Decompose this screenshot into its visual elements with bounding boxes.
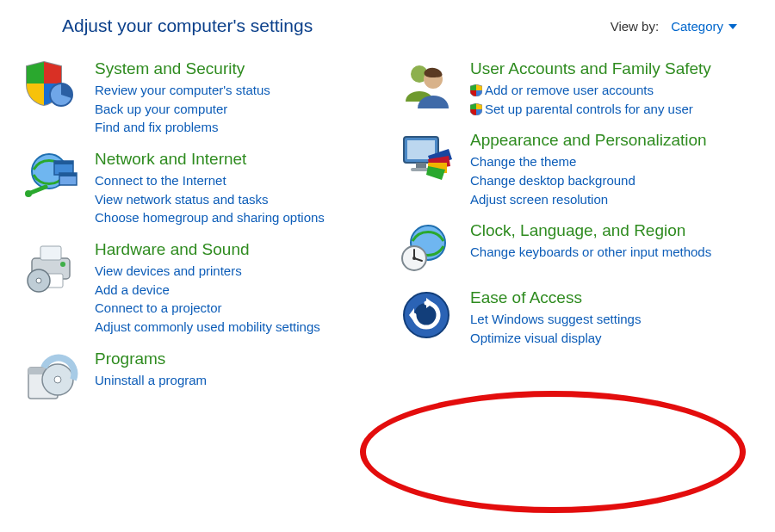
task-link-text: Uninstall a program [95,373,207,387]
people-icon[interactable] [396,59,456,118]
task-link[interactable]: Connect to a projector [95,299,379,318]
category-title-user-accounts[interactable]: User Accounts and Family Safety [470,59,754,79]
task-link[interactable]: Adjust screen resolution [470,190,754,209]
task-link[interactable]: Change the theme [470,152,754,171]
category-title-ease-of-access[interactable]: Ease of Access [470,288,754,308]
category-appearance: Appearance and PersonalizationChange the… [396,130,754,208]
task-link[interactable]: View devices and printers [95,262,379,281]
svg-point-10 [60,262,65,267]
task-link[interactable]: Review your computer's status [95,81,379,100]
right-column: User Accounts and Family SafetyAdd or re… [396,59,754,416]
globe-clock-icon[interactable] [396,220,456,275]
category-title-system-security[interactable]: System and Security [95,59,379,79]
category-clock-lang-region: Clock, Language, and RegionChange keyboa… [396,220,754,275]
task-link[interactable]: Add a device [95,281,379,300]
disc-box-icon[interactable] [21,349,81,404]
task-link-text: Review your computer's status [95,83,270,97]
category-columns: System and SecurityReview your computer'… [21,59,754,416]
control-panel-root: Adjust your computer's settings View by:… [0,0,775,532]
task-link[interactable]: Uninstall a program [95,371,379,390]
view-by: View by: Category [611,19,737,34]
category-hardware-sound: Hardware and SoundView devices and print… [21,239,379,337]
chevron-down-icon [728,24,737,29]
task-link[interactable]: View network status and tasks [95,190,379,209]
category-network-internet: Network and InternetConnect to the Inter… [21,149,379,227]
category-title-network-internet[interactable]: Network and Internet [95,149,379,170]
category-links: Connect to the InternetView network stat… [95,171,379,227]
task-link-text: Let Windows suggest settings [470,312,641,326]
uac-shield-icon [470,103,482,115]
page-title: Adjust your computer's settings [62,15,313,36]
category-body: Hardware and SoundView devices and print… [95,239,379,337]
category-body: System and SecurityReview your computer'… [95,59,379,137]
task-link-text: Add a device [95,282,170,297]
task-link[interactable]: Adjust commonly used mobility settings [95,318,379,337]
category-body: Appearance and PersonalizationChange the… [470,130,754,208]
svg-point-17 [54,376,61,383]
task-link-text: Optimize visual display [470,331,602,345]
category-body: Network and InternetConnect to the Inter… [95,149,379,227]
category-body: User Accounts and Family SafetyAdd or re… [470,59,754,118]
task-link[interactable]: Optimize visual display [470,329,754,348]
task-link[interactable]: Change desktop background [470,171,754,190]
left-column: System and SecurityReview your computer'… [21,59,379,416]
task-link[interactable]: Choose homegroup and sharing options [95,208,379,227]
task-link-text: Connect to the Internet [95,173,226,188]
category-links: View devices and printersAdd a deviceCon… [95,262,379,337]
category-links: Review your computer's statusBack up you… [95,81,379,137]
task-link[interactable]: Change keyboards or other input methods [470,243,754,262]
category-title-clock-lang-region[interactable]: Clock, Language, and Region [470,220,754,241]
uac-shield-icon [470,84,482,96]
category-links: Change the themeChange desktop backgroun… [470,152,754,208]
shield-pie-icon[interactable] [21,59,81,137]
svg-rect-8 [40,246,61,260]
category-body: Clock, Language, and RegionChange keyboa… [470,220,754,275]
svg-rect-22 [416,163,426,168]
svg-point-13 [36,278,41,283]
task-link-text: Add or remove user accounts [485,83,654,97]
task-link-text: Set up parental controls for any user [485,102,693,116]
task-link[interactable]: Add or remove user accounts [470,81,754,100]
task-link-text: Connect to a projector [95,300,222,315]
category-title-hardware-sound[interactable]: Hardware and Sound [95,239,379,260]
category-body: ProgramsUninstall a program [95,349,379,404]
category-links: Add or remove user accountsSet up parent… [470,81,754,119]
header: Adjust your computer's settings View by:… [21,15,754,36]
task-link-text: Choose homegroup and sharing options [95,210,325,225]
task-link-text: Change the theme [470,154,576,169]
task-link[interactable]: Connect to the Internet [95,171,379,190]
category-programs: ProgramsUninstall a program [21,349,379,404]
view-by-value: Category [671,19,723,34]
task-link[interactable]: Let Windows suggest settings [470,310,754,329]
monitor-paint-icon[interactable] [396,130,456,208]
category-links: Uninstall a program [95,371,379,390]
ease-access-icon[interactable] [396,288,456,347]
task-link[interactable]: Find and fix problems [95,118,379,137]
category-links: Let Windows suggest settingsOptimize vis… [470,310,754,348]
task-link-text: Adjust screen resolution [470,192,608,207]
category-title-appearance[interactable]: Appearance and Personalization [470,130,754,151]
view-by-label: View by: [611,19,659,34]
category-user-accounts: User Accounts and Family SafetyAdd or re… [396,59,754,118]
task-link-text: View network status and tasks [95,192,269,207]
category-links: Change keyboards or other input methods [470,243,754,262]
task-link[interactable]: Back up your computer [95,100,379,119]
printer-icon[interactable] [21,239,81,337]
svg-rect-3 [54,161,73,164]
category-system-security: System and SecurityReview your computer'… [21,59,379,137]
globe-net-icon[interactable] [21,149,81,227]
task-link-text: Back up your computer [95,102,227,116]
task-link-text: Find and fix problems [95,120,218,134]
task-link-text: Change keyboards or other input methods [470,244,711,259]
category-title-programs[interactable]: Programs [95,349,379,369]
category-body: Ease of AccessLet Windows suggest settin… [470,288,754,347]
svg-point-26 [412,257,416,260]
svg-rect-5 [59,173,77,176]
task-link-text: Change desktop background [470,173,636,188]
category-ease-of-access: Ease of AccessLet Windows suggest settin… [396,288,754,347]
task-link[interactable]: Set up parental controls for any user [470,100,754,119]
svg-point-6 [25,190,32,197]
view-by-dropdown[interactable]: Category [671,19,737,34]
task-link-text: Adjust commonly used mobility settings [95,319,320,334]
task-link-text: View devices and printers [95,263,242,278]
